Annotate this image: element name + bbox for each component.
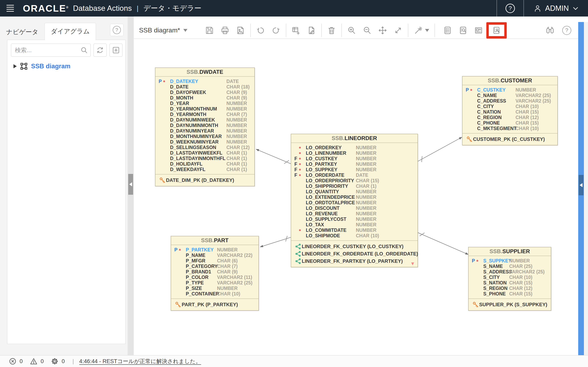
auto-layout-caret[interactable] [425, 29, 429, 32]
column-row[interactable]: LO_SHIPMODECHAR (10) [291, 233, 417, 239]
left-splitter[interactable] [128, 17, 134, 355]
entity-table-header[interactable]: SSB.DWDATE [155, 68, 254, 77]
column-row[interactable]: P*S_SUPPKEYNUMBER [468, 258, 551, 264]
relationship-line[interactable] [418, 233, 468, 254]
diagram-name[interactable]: SSB diagram* [139, 26, 180, 34]
entity-table-lineorder[interactable]: SSB.LINEORDER*LO_ORDERKEYNUMBER*LO_LINEN… [291, 134, 418, 267]
entity-table-header[interactable]: SSB.CUSTOMER [462, 76, 557, 85]
tree-item-ssb-diagram[interactable]: SSB diagram [13, 62, 125, 71]
right-scroll-track[interactable] [584, 22, 588, 355]
column-row[interactable]: LO_SUPPLYCOSTNUMBER [291, 217, 417, 222]
column-row[interactable]: P*D_DATEKEYDATE [155, 79, 254, 84]
column-row[interactable]: D_DAYNUMINWEEKNUMBER [155, 117, 254, 123]
pan-button[interactable] [375, 23, 390, 38]
user-menu[interactable]: ADMIN [533, 4, 579, 13]
entity-table-header[interactable]: SSB.SUPPLIER [468, 247, 551, 256]
column-row[interactable]: D_DAYOFWEEKCHAR (9) [155, 90, 254, 95]
column-row[interactable]: *LO_COMMITDATENUMBER [291, 227, 417, 233]
column-row[interactable]: S_PHONECHAR (15) [468, 291, 551, 297]
more-indicator[interactable]: ▼ [410, 261, 415, 266]
entity-table-header[interactable]: SSB.PART [171, 236, 259, 245]
column-row[interactable]: D_LASTDAYINWEEKFLCHAR (1) [155, 150, 254, 156]
print-button[interactable] [217, 23, 233, 38]
column-row[interactable]: D_DAYNUMINYEARNUMBER [155, 128, 254, 134]
key-row[interactable]: SUPPLIER_PK (S_SUPPKEY) [468, 301, 551, 308]
column-row[interactable]: F*LO_ORDERDATEDATE [291, 173, 417, 178]
tab-diagrams[interactable]: ダイアグラム [44, 23, 96, 40]
column-row[interactable]: LO_ORDERPRIORITYCHAR (15) [291, 178, 417, 184]
tree-expand-icon[interactable] [13, 64, 17, 68]
details-button[interactable] [440, 23, 455, 38]
column-row[interactable]: P_BRAND1CHAR (9) [171, 269, 259, 275]
column-row[interactable]: P_COLORVARCHAR2 (11) [171, 275, 259, 280]
column-row[interactable]: D_YEARNUMBER [155, 101, 254, 106]
key-row[interactable]: PART_PK (P_PARTKEY) [171, 301, 259, 308]
column-row[interactable]: D_WEEKNUMINYEARNUMBER [155, 139, 254, 145]
key-row[interactable]: CUSTOMER_PK (C_CUSTKEY) [462, 136, 557, 143]
entity-table-customer[interactable]: SSB.CUSTOMERP*C_CUSTKEYNUMBERC_NAMEVARCH… [462, 76, 558, 145]
key-row[interactable]: DATE_DIM_PK (D_DATEKEY) [155, 176, 254, 184]
column-row[interactable]: D_YEARMONTHCHAR (7) [155, 112, 254, 117]
entity-table-part[interactable]: SSB.PARTP*P_PARTKEYNUMBERP_NAMEVARCHAR2 … [171, 236, 259, 311]
column-row[interactable]: P_CATEGORYCHAR (7) [171, 264, 259, 269]
column-row[interactable]: F*LO_PARTKEYNUMBER [291, 161, 417, 167]
report-button[interactable] [471, 23, 486, 38]
key-row[interactable]: LINEORDER_FK_PARTKEY (LO_PARTKEY) [291, 258, 417, 265]
column-row[interactable]: F*LO_SUPPKEYNUMBER [291, 167, 417, 173]
column-row[interactable]: C_ADDRESSVARCHAR2 (25) [462, 98, 557, 104]
column-row[interactable]: P*P_PARTKEYNUMBER [171, 247, 259, 253]
left-splitter-handle[interactable] [128, 174, 133, 195]
status-message-link[interactable]: 4:46:44 - RESTコールが正常に解決されました。 [79, 358, 201, 365]
column-row[interactable]: LO_EXTENDEDPRICENUMBER [291, 194, 417, 200]
panel-help-button[interactable]: ? [110, 24, 123, 36]
column-row[interactable]: D_MONTHCHAR (9) [155, 95, 254, 101]
column-row[interactable]: S_CITYCHAR (10) [468, 275, 551, 280]
entity-table-header[interactable]: SSB.LINEORDER [291, 134, 417, 143]
zoom-in-button[interactable] [344, 23, 359, 38]
entity-table-supplier[interactable]: SSB.SUPPLIERP*S_SUPPKEYNUMBERS_NAMECHAR … [468, 247, 551, 311]
column-row[interactable]: C_MKTSEGMENTCHAR (10) [462, 126, 557, 131]
column-row[interactable]: S_NATIONCHAR (15) [468, 280, 551, 286]
right-splitter[interactable] [578, 22, 584, 355]
zoom-out-button[interactable] [359, 23, 375, 38]
column-row[interactable]: D_DATECHAR (18) [155, 84, 254, 90]
column-row[interactable]: D_WEEKDAYFLCHAR (1) [155, 167, 254, 172]
key-row[interactable]: LINEORDER_FK_ORDERDATE (LO_ORDERDATE) [291, 250, 417, 258]
column-row[interactable]: C_REGIONCHAR (12) [462, 115, 557, 120]
column-row[interactable]: LO_TAXNUMBER [291, 222, 417, 227]
column-row[interactable]: F*LO_CUSTKEYNUMBER [291, 156, 417, 161]
tab-navigator[interactable]: ナビゲータ [0, 24, 44, 40]
column-row[interactable]: P_SIZENUMBER [171, 286, 259, 291]
add-diagram-button[interactable] [109, 44, 122, 57]
topbar-help-button[interactable]: ? [506, 4, 515, 13]
redo-button[interactable] [268, 23, 284, 38]
column-row[interactable]: P_MFGRCHAR (6) [171, 258, 259, 264]
column-row[interactable]: P_CONTAINERCHAR (10) [171, 291, 259, 297]
column-row[interactable]: *LO_ORDERKEYNUMBER [291, 145, 417, 150]
refresh-button[interactable] [94, 44, 107, 57]
key-row[interactable]: LINEORDER_FK_CUSTKEY (LO_CUSTKEY) [291, 243, 417, 250]
column-row[interactable]: *LO_LINENUMBERNUMBER [291, 150, 417, 156]
column-row[interactable]: D_LASTDAYINMONTHFLCHAR (1) [155, 156, 254, 161]
relationship-line[interactable] [418, 137, 462, 161]
column-row[interactable]: C_PHONECHAR (15) [462, 120, 557, 126]
column-row[interactable]: P*C_CUSTKEYNUMBER [462, 87, 557, 93]
column-row[interactable]: LO_QUANTITYNUMBER [291, 189, 417, 194]
right-splitter-handle[interactable] [579, 175, 584, 195]
error-counter[interactable]: 0 [9, 357, 23, 365]
column-row[interactable]: LO_DISCOUNTNUMBER [291, 206, 417, 211]
find-button[interactable] [542, 23, 558, 38]
diagram-canvas[interactable]: SSB.DWDATEP*D_DATEKEYDATED_DATECHAR (18)… [134, 39, 578, 355]
column-row[interactable]: D_HOLIDAYFLCHAR (1) [155, 161, 254, 167]
data-dictionary-button[interactable] [486, 22, 507, 39]
column-row[interactable]: D_SELLINGSEASONCHAR (12) [155, 145, 254, 150]
column-row[interactable]: LO_SHIPPRIORITYCHAR (1) [291, 184, 417, 189]
toolbar-help-button[interactable]: ? [559, 23, 575, 38]
relationship-line[interactable] [256, 149, 291, 164]
add-object-button[interactable] [288, 23, 304, 38]
column-row[interactable]: S_ADDRESSVARCHAR2 (25) [468, 269, 551, 275]
delete-button[interactable] [324, 23, 339, 38]
warning-counter[interactable]: 0 [30, 357, 44, 365]
diagram-select-caret[interactable] [183, 29, 187, 32]
fit-screen-button[interactable] [390, 23, 406, 38]
